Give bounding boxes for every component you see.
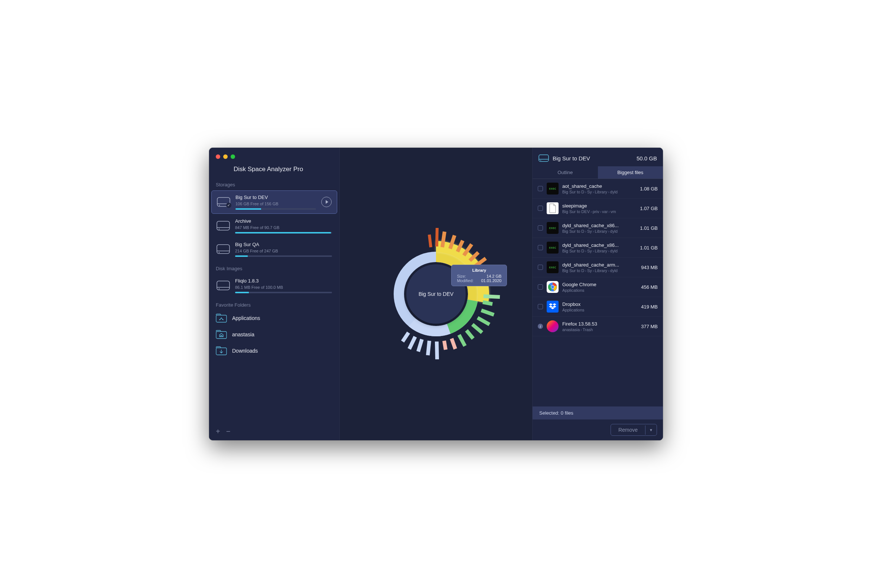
storage-sub: 214 GB Free of 247 GB [235,249,332,253]
file-size: 1.01 GB [640,225,658,231]
svg-line-30 [467,330,473,339]
svg-rect-13 [216,332,227,339]
file-checkbox[interactable] [538,265,543,270]
info-icon[interactable]: i [538,324,543,329]
file-path: Big Sur to D›Sy›Library›dyld [562,229,636,234]
file-checkbox[interactable] [538,206,543,211]
svg-line-25 [437,228,437,246]
storage-item[interactable]: ✓ Big Sur to DEV 106 GB Free of 156 GB [211,190,337,214]
tooltip-title: Library [457,268,501,273]
close-window-button[interactable] [216,154,220,159]
file-list[interactable]: exec aot_shared_cache Big Sur to D›Sy›Li… [533,179,663,406]
minimize-window-button[interactable] [223,154,228,159]
file-size: 456 MB [641,284,658,290]
file-name: sleepimage [562,203,636,208]
svg-line-24 [429,235,431,247]
svg-point-2 [219,205,220,206]
file-row[interactable]: exec dyld_shared_cache_x86... Big Sur to… [533,238,663,258]
file-path: Big Sur to DEV›priv›var›vm [562,209,636,214]
file-path: Big Sur to D›Sy›Library›dyld [562,249,636,253]
storage-sub: 106 GB Free of 156 GB [236,202,316,206]
svg-line-29 [473,324,482,333]
folder-icon [216,330,227,339]
section-label-storages: Storages [209,177,339,190]
file-checkbox[interactable] [538,225,543,231]
svg-rect-40 [539,155,549,162]
svg-line-32 [483,296,500,297]
file-checkbox[interactable] [538,304,543,309]
svg-line-31 [459,335,465,346]
file-path: anastasia›Trash [562,327,637,332]
file-checkbox[interactable] [538,284,543,290]
svg-line-16 [442,232,444,247]
favorite-label: Applications [232,315,260,321]
favorite-folder-item[interactable]: Applications [209,310,339,326]
file-row[interactable]: exec dyld_shared_cache_arm... Big Sur to… [533,258,663,277]
svg-line-39 [402,333,408,342]
storage-item[interactable]: Fliqlo 1.8.3 86.1 MB Free of 100.0 MB [211,274,337,297]
exec-icon: exec [547,261,558,273]
scan-play-button[interactable] [321,197,332,207]
file-row[interactable]: sleepimage Big Sur to DEV›priv›var›vm 1.… [533,199,663,218]
file-row[interactable]: Google Chrome Applications 456 MB [533,277,663,297]
add-button[interactable]: + [216,428,220,435]
svg-line-27 [481,310,494,315]
svg-line-33 [452,339,455,349]
remove-button[interactable]: − [226,428,231,435]
sunburst-chart[interactable]: Big Sur to DEV [373,231,499,357]
right-panel-header: Big Sur to DEV 50.0 GB [533,148,663,166]
tab-outline[interactable]: Outline [533,166,598,178]
svg-line-37 [418,339,422,351]
svg-point-45 [551,285,554,288]
svg-line-34 [444,341,446,350]
right-panel-size: 50.0 GB [636,155,657,162]
sidebar: Disk Space Analyzer Pro Storages ✓ Big S… [209,148,340,440]
svg-point-42 [540,160,541,161]
file-path: Big Sur to D›Sy›Library›dyld [562,268,637,273]
right-panel-title: Big Sur to DEV [552,155,633,162]
file-checkbox[interactable] [538,186,543,191]
file-row[interactable]: exec dyld_shared_cache_x86... Big Sur to… [533,218,663,238]
storage-name: Fliqlo 1.8.3 [235,278,332,284]
svg-line-35 [437,342,437,359]
file-row[interactable]: exec aot_shared_cache Big Sur to D›Sy›Li… [533,179,663,199]
app-title: Disk Space Analyzer Pro [209,165,339,177]
storage-sub: 86.1 MB Free of 100.0 MB [235,285,332,290]
storage-sub: 847 MB Free of 90.7 GB [235,225,332,230]
document-icon [547,202,558,214]
svg-rect-12 [216,315,227,322]
chevron-down-icon[interactable]: ▼ [645,425,657,435]
file-name: dyld_shared_cache_x86... [562,242,636,248]
maximize-window-button[interactable] [231,154,235,159]
file-name: aot_shared_cache [562,183,636,189]
right-panel: Big Sur to DEV 50.0 GB Outline Biggest f… [532,148,663,440]
file-row[interactable]: i Firefox 13.58.53 anastasia›Trash 377 M… [533,316,663,336]
storage-item[interactable]: Archive 847 MB Free of 90.7 GB [211,214,337,237]
favorite-label: Downloads [232,348,258,354]
dropbox-icon [547,301,558,312]
file-row[interactable]: Dropbox Applications 419 MB [533,297,663,316]
svg-point-8 [219,252,219,253]
tab-biggest-files[interactable]: Biggest files [598,166,663,178]
file-checkbox[interactable] [538,245,543,250]
file-path: Big Sur to D›Sy›Library›dyld [562,190,636,194]
svg-line-26 [483,302,492,304]
storage-item[interactable]: Big Sur QA 214 GB Free of 247 GB [211,238,337,261]
sunburst-tooltip: Library Size: 14.2 GB Modified: 01.01.20… [451,265,507,286]
favorite-folder-item[interactable]: anastasia [209,326,339,343]
exec-icon: exec [547,242,558,254]
exec-icon: exec [547,222,558,234]
app-window: Disk Space Analyzer Pro Storages ✓ Big S… [209,148,663,440]
favorite-folder-item[interactable]: Downloads [209,343,339,359]
section-label-favorites: Favorite Folders [209,298,339,310]
file-size: 943 MB [641,265,658,270]
exec-icon: exec [547,183,558,195]
file-name: Dropbox [562,302,637,307]
svg-line-28 [477,318,489,324]
file-path: Applications [562,288,637,292]
remove-button[interactable]: Remove ▼ [611,424,657,436]
file-name: Google Chrome [562,282,637,287]
file-name: dyld_shared_cache_x86... [562,223,636,228]
file-size: 377 MB [641,324,658,329]
storage-name: Big Sur to DEV [236,195,316,201]
